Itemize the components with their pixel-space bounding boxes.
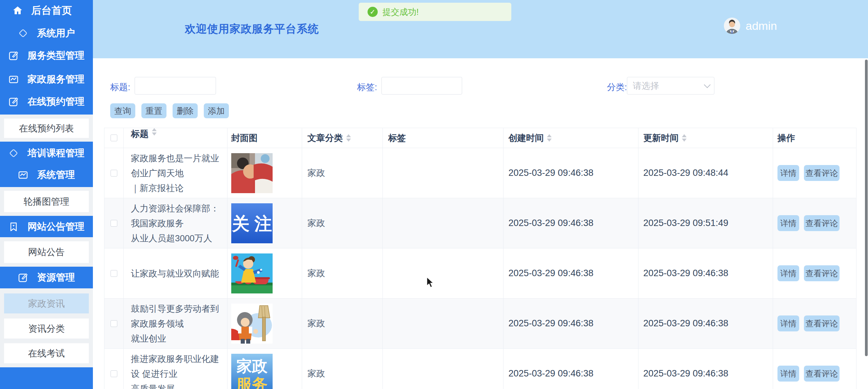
table-row: 人力资源社会保障部：我国家政服务 从业人员超3000万人 关 注 家政 2025… [104, 198, 856, 248]
avatar[interactable] [724, 18, 740, 34]
article-title-line: 就业创业 [131, 331, 166, 346]
sidebar-item-label: 网站公告 [28, 246, 65, 258]
row-checkbox[interactable] [111, 170, 117, 177]
search-button[interactable]: 查询 [110, 103, 135, 118]
sidebar-item-housekeeping-service[interactable]: 家政服务管理 [0, 68, 93, 90]
sidebar-item-service-type[interactable]: 服务类型管理 [0, 44, 93, 67]
table-header-row: 标题 封面图 文章分类 标签 创建时间 更新时间 操作 [104, 128, 856, 148]
row-checkbox[interactable] [111, 370, 117, 377]
sidebar-item-label: 轮播图管理 [24, 196, 70, 208]
chart-icon [8, 74, 19, 84]
sidebar-item-booking-list[interactable]: 在线预约列表 [4, 119, 89, 138]
sidebar-item-label: 家政资讯 [28, 298, 65, 310]
sidebar-item-site-announcement-mgmt[interactable]: 网站公告管理 [0, 216, 93, 237]
article-category: 家政 [308, 368, 325, 380]
title-filter-input[interactable] [135, 77, 216, 95]
table-row: 鼓励引导更多劳动者到家政服务领域 就业创业 [104, 299, 856, 349]
sort-caret[interactable] [547, 134, 552, 142]
category-select-placeholder: 请选择 [633, 80, 659, 92]
table-row: 家政服务也是一片就业创业广阔天地 ｜新京报社论 [104, 148, 856, 198]
created-time: 2025-03-29 09:46:38 [508, 218, 593, 228]
sidebar-item-housekeeping-news[interactable]: 家政资讯 [4, 293, 89, 313]
select-all-checkbox[interactable] [111, 135, 117, 141]
sidebar-item-resource-management[interactable]: 资源管理 [0, 267, 93, 288]
sidebar-group: 培训课程管理 系统管理 [0, 142, 93, 187]
tag-filter-input[interactable] [381, 77, 462, 95]
poster-text-line2: 服务 [236, 375, 268, 389]
sidebar-item-label: 资源管理 [37, 271, 75, 284]
comments-button[interactable]: 查看评论 [804, 315, 840, 331]
sort-caret[interactable] [682, 134, 687, 142]
created-time: 2025-03-29 09:46:38 [508, 318, 593, 329]
sidebar-item-label: 后台首页 [31, 4, 72, 18]
edit-icon [18, 272, 28, 283]
category-filter-label: 分类: [607, 81, 627, 93]
bookmark-icon [8, 222, 19, 232]
sidebar-item-online-exam[interactable]: 在线考试 [4, 343, 89, 363]
chevron-down-icon [704, 81, 711, 88]
comments-button[interactable]: 查看评论 [804, 366, 840, 382]
article-category: 家政 [308, 267, 325, 279]
sidebar-item-label: 系统管理 [37, 168, 75, 181]
tag-icon [8, 148, 19, 158]
detail-button[interactable]: 详情 [777, 215, 799, 231]
reset-button[interactable]: 重置 [141, 103, 166, 118]
add-button[interactable]: 添加 [204, 103, 229, 118]
comments-button[interactable]: 查看评论 [804, 215, 840, 231]
home-icon [12, 5, 23, 16]
cover-image-photo [231, 153, 273, 193]
sidebar-item-label: 家政服务管理 [27, 73, 84, 86]
user-menu[interactable]: admin [724, 18, 777, 34]
scrollbar-thumb[interactable] [865, 60, 868, 356]
sort-caret[interactable] [346, 134, 351, 142]
article-title-line: 从业人员超3000万人 [131, 231, 212, 246]
sidebar-top-group: 后台首页 系统用户 服务类型管理 家政服务管理 在线预约管理 [0, 0, 93, 115]
edit-icon [8, 97, 19, 107]
sort-caret[interactable] [152, 128, 157, 136]
created-time: 2025-03-29 09:46:38 [508, 368, 593, 379]
comments-button[interactable]: 查看评论 [804, 265, 840, 281]
username: admin [746, 19, 777, 33]
sidebar-item-label: 系统用户 [37, 27, 75, 40]
article-title-line: ｜新京报社论 [131, 181, 183, 196]
sidebar-item-system-management[interactable]: 系统管理 [0, 164, 93, 186]
sidebar: 后台首页 系统用户 服务类型管理 家政服务管理 在线预约管理 [0, 0, 93, 389]
sidebar-item-home[interactable]: 后台首页 [0, 0, 93, 21]
sidebar-item-site-announcement[interactable]: 网站公告 [4, 241, 89, 263]
sidebar-item-training-course[interactable]: 培训课程管理 [0, 142, 93, 164]
cover-image-broom-cartoon [231, 304, 273, 344]
detail-button[interactable]: 详情 [777, 165, 799, 181]
article-title-line: 推进家政服务职业化建设 促进行业 [131, 351, 220, 381]
cover-image-guanzhu-banner: 关 注 [231, 203, 273, 243]
success-icon: ✓ [368, 7, 378, 17]
detail-button[interactable]: 详情 [777, 366, 799, 382]
sidebar-item-system-users[interactable]: 系统用户 [0, 22, 93, 44]
sidebar-item-carousel[interactable]: 轮播图管理 [4, 191, 89, 212]
sidebar-item-label: 服务类型管理 [27, 49, 84, 62]
poster-text-line1: 家政 [236, 357, 268, 375]
news-table: 标题 封面图 文章分类 标签 创建时间 更新时间 操作 家政服务也是一片就业创业… [104, 128, 856, 389]
sidebar-group: 资源管理 [0, 267, 93, 288]
sidebar-item-label: 资讯分类 [28, 323, 65, 335]
row-checkbox[interactable] [111, 320, 117, 327]
column-created: 创建时间 [508, 132, 544, 144]
article-title-line: 鼓励引导更多劳动者到家政服务领域 [131, 301, 220, 331]
row-checkbox[interactable] [111, 270, 117, 277]
toast-message: 提交成功! [382, 6, 419, 18]
table-row: 推进家政服务职业化建设 促进行业 高质量发展 家政 服务 家政 2025-03-… [104, 349, 856, 389]
category-select[interactable]: 请选择 [627, 77, 714, 95]
cover-image-jiazheng-poster: 家政 服务 [231, 354, 273, 389]
column-actions: 操作 [777, 132, 795, 144]
comments-button[interactable]: 查看评论 [804, 165, 840, 181]
detail-button[interactable]: 详情 [777, 265, 799, 281]
delete-button[interactable]: 删除 [173, 103, 198, 118]
updated-time: 2025-03-29 09:48:44 [643, 168, 728, 178]
sidebar-item-label: 培训课程管理 [27, 147, 84, 160]
tag-icon [18, 28, 28, 38]
row-checkbox[interactable] [111, 220, 117, 227]
sidebar-item-online-booking[interactable]: 在线预约管理 [0, 90, 93, 113]
detail-button[interactable]: 详情 [777, 315, 799, 331]
article-category: 家政 [308, 167, 325, 179]
table-body: 家政服务也是一片就业创业广阔天地 ｜新京报社论 [104, 148, 856, 389]
sidebar-item-news-category[interactable]: 资讯分类 [4, 319, 89, 339]
